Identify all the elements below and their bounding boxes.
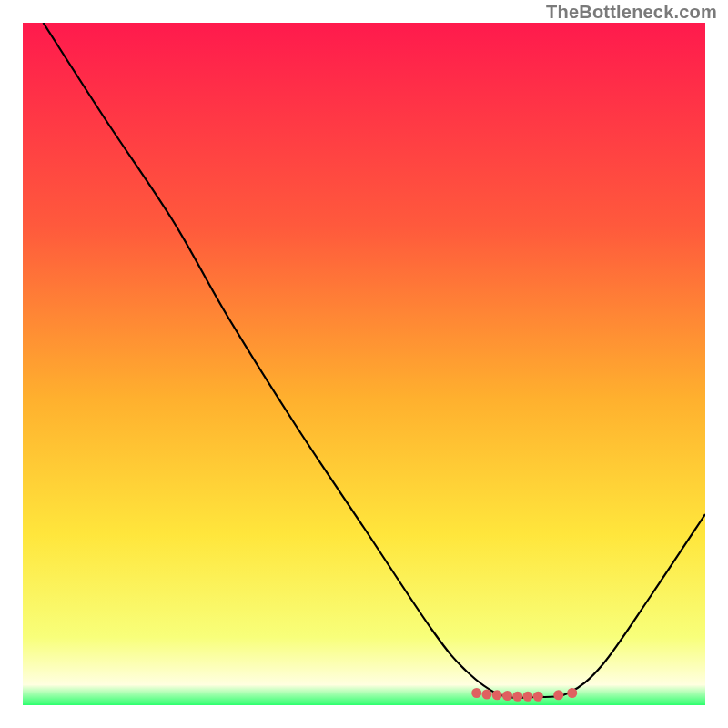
trough-marker [502, 691, 512, 701]
trough-marker [567, 688, 577, 698]
trough-marker [553, 690, 563, 700]
trough-marker [533, 692, 543, 702]
attribution-text: TheBottleneck.com [546, 2, 717, 23]
trough-marker [523, 692, 533, 702]
trough-marker [471, 688, 481, 698]
trough-marker [482, 690, 492, 700]
chart-background [23, 23, 705, 705]
trough-marker [492, 690, 502, 700]
trough-marker [512, 692, 522, 702]
bottleneck-chart [23, 23, 705, 705]
